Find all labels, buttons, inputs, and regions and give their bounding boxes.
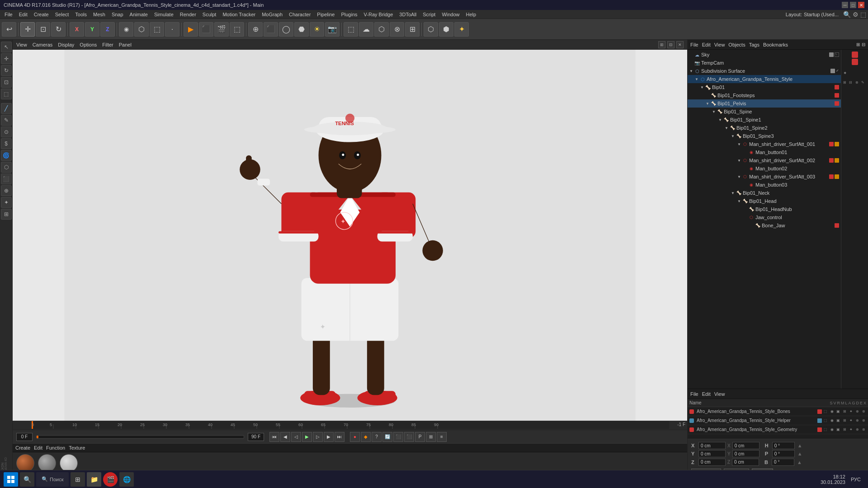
hair-button[interactable]: ✦ bbox=[454, 22, 469, 37]
grid-button[interactable]: ⊞ bbox=[426, 432, 436, 442]
tree-item-button02[interactable]: ◉ Man_button02 bbox=[688, 164, 841, 173]
obj-item-geometry[interactable]: Afro_American_Grandpa_Tennis_Style_Geome… bbox=[688, 425, 868, 434]
coord-x-pos[interactable] bbox=[698, 442, 726, 449]
left-tool-3[interactable]: ↻ bbox=[1, 65, 12, 76]
menu-pipeline[interactable]: Pipeline bbox=[314, 11, 337, 18]
obj-icon-5[interactable]: ⊞ bbox=[842, 409, 847, 414]
taskbar-show-desktop[interactable] bbox=[863, 472, 864, 487]
expand-icon[interactable]: ⬚ bbox=[860, 11, 866, 18]
obj-geo-icon-4[interactable]: ▣ bbox=[835, 427, 841, 432]
tree-item-shirt3[interactable]: ▼ ⬡ Man_shirt_driver_SurfAtt_003 bbox=[688, 173, 841, 181]
help-button[interactable]: ? bbox=[372, 432, 382, 442]
scene-file-menu[interactable]: File bbox=[690, 42, 698, 47]
render-region-button[interactable]: ⬚ bbox=[230, 22, 244, 37]
tree-item-subdiv[interactable]: ▼ ⬡ Subdivision Surface ✓ bbox=[688, 67, 841, 75]
tree-item-headnub[interactable]: 🦴 Bip01_HeadNub bbox=[688, 205, 841, 213]
viewport-minimize-button[interactable]: ⊟ bbox=[667, 41, 675, 48]
z-axis-button[interactable]: Z bbox=[100, 22, 115, 37]
camera-button[interactable]: 📷 bbox=[325, 22, 340, 37]
timeline-scrubber[interactable] bbox=[36, 435, 244, 439]
coord-b-step-up[interactable]: ▲ bbox=[797, 460, 802, 465]
coord-y-pos[interactable] bbox=[698, 450, 726, 457]
menu-select[interactable]: Select bbox=[52, 11, 72, 18]
obj-item-bones[interactable]: Afro_American_Grandpa_Tennis_Style_Bones… bbox=[688, 407, 868, 416]
x-axis-button[interactable]: X bbox=[70, 22, 84, 37]
menu-mograph[interactable]: MoGraph bbox=[259, 11, 285, 18]
left-tool-14[interactable]: ✦ bbox=[1, 197, 12, 208]
tree-item-shirt1[interactable]: ▼ ⬡ Man_shirt_driver_SurfAtt_001 bbox=[688, 140, 841, 148]
viewport-menu-panel[interactable]: Panel bbox=[119, 42, 132, 47]
menu-mesh[interactable]: Mesh bbox=[90, 11, 108, 18]
tree-item-button03[interactable]: ◉ Man_button03 bbox=[688, 181, 841, 189]
scene-objects-menu[interactable]: Objects bbox=[728, 42, 745, 47]
tree-item-shirt2[interactable]: ▼ ⬡ Man_shirt_driver_SurfAtt_002 bbox=[688, 156, 841, 164]
sphere-button[interactable]: ◯ bbox=[279, 22, 293, 37]
scene-view-menu[interactable]: View bbox=[714, 42, 725, 47]
tree-item-jaw-control[interactable]: ⬡ Jaw_control bbox=[688, 213, 841, 221]
tree-item-footsteps[interactable]: 🦴 Bip01_Footsteps bbox=[688, 91, 841, 99]
go-end-button[interactable]: ⏭ bbox=[335, 432, 344, 442]
left-tool-1[interactable]: ↖ bbox=[1, 42, 12, 52]
obj-helper-icon-8[interactable]: ⊗ bbox=[861, 418, 866, 423]
obj-helper-icon-5[interactable]: ⊞ bbox=[842, 418, 847, 423]
start-button[interactable] bbox=[4, 472, 18, 487]
search-icon[interactable]: 🔍 bbox=[843, 11, 851, 18]
menu-plugins[interactable]: Plugins bbox=[338, 11, 360, 18]
obj-geo-icon-1[interactable] bbox=[817, 427, 822, 432]
menu-simulate[interactable]: Simulate bbox=[151, 11, 176, 18]
light-button[interactable]: ☀ bbox=[310, 22, 324, 37]
record-button[interactable]: ● bbox=[350, 432, 360, 442]
scene-right-icon-2[interactable] bbox=[852, 59, 858, 65]
obj-icon-7[interactable]: ⊕ bbox=[854, 409, 860, 414]
obj-geo-icon-8[interactable]: ⊗ bbox=[861, 427, 866, 432]
left-tool-2[interactable]: ✛ bbox=[1, 53, 12, 64]
taskbar-clock[interactable]: 18:12 30.01.2023 bbox=[821, 474, 845, 485]
viewport-menu-view[interactable]: View bbox=[16, 42, 27, 47]
end-frame-input[interactable] bbox=[248, 433, 264, 441]
menu-file[interactable]: File bbox=[2, 11, 15, 18]
coord-p-val[interactable] bbox=[772, 450, 795, 457]
start-frame-input[interactable] bbox=[16, 433, 33, 441]
instance-button[interactable]: ⊞ bbox=[405, 22, 420, 37]
null-button[interactable]: ⊕ bbox=[248, 22, 263, 37]
scene-panel-icon-1[interactable]: ⊞ bbox=[856, 42, 860, 47]
scene-right-icon-1[interactable] bbox=[852, 52, 858, 58]
tree-item-pelvis[interactable]: ▼ 🦴 Bip01_Pelvis bbox=[688, 99, 841, 108]
layout-value[interactable]: Startup (Used... bbox=[804, 12, 839, 17]
menu-edit[interactable]: Edit bbox=[16, 11, 30, 18]
coord-h-step-up[interactable]: ▲ bbox=[797, 443, 802, 448]
menu-render[interactable]: Render bbox=[177, 11, 199, 18]
left-tool-11[interactable]: ⬡ bbox=[1, 162, 12, 173]
menu-help[interactable]: Help bbox=[463, 11, 479, 18]
obj-icon-3[interactable]: ◉ bbox=[829, 409, 835, 414]
render-settings-button[interactable]: 🎬 bbox=[214, 22, 229, 37]
object-mode-button[interactable]: ◉ bbox=[119, 22, 133, 37]
menu-create[interactable]: Create bbox=[31, 11, 52, 18]
viewport-menu-cameras[interactable]: Cameras bbox=[33, 42, 53, 47]
close-button[interactable]: ✕ bbox=[858, 2, 864, 8]
undo-button[interactable]: ↩ bbox=[2, 22, 16, 37]
menu-3dtoall[interactable]: 3DToAll bbox=[396, 11, 419, 18]
tree-item-bip01[interactable]: ▼ 🦴 Bip01 bbox=[688, 83, 841, 91]
coord-y-val[interactable] bbox=[732, 450, 760, 457]
tree-item-bone-jaw[interactable]: 🦴 Bone_Jaw bbox=[688, 221, 841, 230]
coord-z-pos[interactable] bbox=[698, 459, 726, 466]
obj-edit-menu[interactable]: Edit bbox=[702, 391, 711, 397]
scene-right-flower-icon[interactable]: ✦ bbox=[843, 70, 849, 77]
tree-item-afro[interactable]: ▼ ⬡ Afro_American_Grandpa_Tennis_Style bbox=[688, 75, 841, 83]
timeline-btn3[interactable]: ⬛ bbox=[404, 432, 414, 442]
obj-geo-icon-3[interactable]: ◉ bbox=[829, 427, 835, 432]
menu-motion-tracker[interactable]: Motion Tracker bbox=[220, 11, 258, 18]
play-forward-button[interactable]: ▷ bbox=[313, 432, 323, 442]
tree-item-spine[interactable]: ▼ 🦴 Bip01_Spine bbox=[688, 108, 841, 116]
viewport-menu-filter[interactable]: Filter bbox=[102, 42, 113, 47]
y-axis-button[interactable]: Y bbox=[85, 22, 99, 37]
go-start-button[interactable]: ⏮ bbox=[269, 432, 279, 442]
prev-frame-button[interactable]: ◀ bbox=[280, 432, 290, 442]
left-tool-9[interactable]: $ bbox=[1, 138, 12, 149]
scene-bookmarks-menu[interactable]: Bookmarks bbox=[763, 42, 788, 47]
left-tool-13[interactable]: ⊕ bbox=[1, 185, 12, 196]
obj-geo-icon-7[interactable]: ⊕ bbox=[854, 427, 860, 432]
task-view-button[interactable]: ⊞ bbox=[71, 472, 85, 487]
menu-animate[interactable]: Animate bbox=[127, 11, 151, 18]
